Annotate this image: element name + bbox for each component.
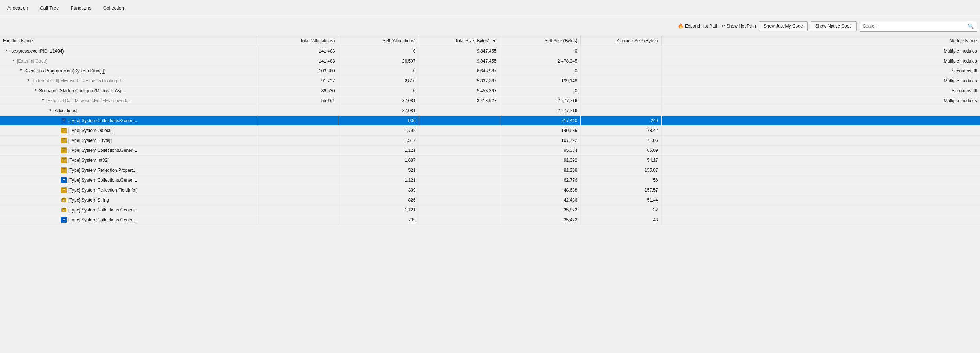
name-cell: T[Type] System.Collections.Generi... <box>0 176 257 185</box>
table-row[interactable]: [External Call] Microsoft.EntityFramewor… <box>0 96 980 106</box>
tree-arrow[interactable] <box>33 88 38 93</box>
table-row[interactable]: [Allocations]37,0812,277,716 <box>0 106 980 116</box>
function-name: Scenarios.Program.Main(System.String[]) <box>24 69 105 73</box>
module-cell: Scenarios.dll <box>661 86 980 96</box>
table-body: iisexpress.exe (PID: 11404)141,48309,847… <box>0 46 980 225</box>
svg-text:T: T <box>63 219 65 221</box>
avg-size-cell: 54.17 <box>581 155 661 166</box>
self-size-cell: 2,277,716 <box>500 106 581 116</box>
expand-hot-path[interactable]: 🔥 Expand Hot Path <box>678 23 719 29</box>
module-cell <box>661 166 980 176</box>
avg-size-cell: 155.87 <box>581 166 661 176</box>
tree-arrow[interactable] <box>4 48 9 54</box>
avg-size-cell: 157.57 <box>581 185 661 195</box>
self-alloc-cell: 0 <box>338 86 419 96</box>
table-row[interactable]: T[Type] System.Reflection.Propert...5218… <box>0 166 980 176</box>
tree-arrow[interactable] <box>26 78 31 83</box>
search-icon[interactable]: 🔍 <box>967 23 974 29</box>
avg-size-cell <box>581 46 661 56</box>
avg-size-cell: 78.42 <box>581 126 661 136</box>
name-cell: T[Type] System.SByte[] <box>0 136 257 145</box>
tree-arrow[interactable] <box>18 69 24 73</box>
type-icon: T <box>61 177 67 183</box>
self-size-cell: 0 <box>500 46 581 56</box>
type-icon: T <box>61 137 67 144</box>
table-row[interactable]: T[Type] System.Reflection.FieldInfo[]309… <box>0 185 980 195</box>
table-row[interactable]: Scenarios.Startup.Configure(Microsoft.As… <box>0 86 980 96</box>
type-icon: ab <box>61 197 67 203</box>
table-row[interactable]: T[Type] System.Object[]1,792140,53678.42 <box>0 126 980 136</box>
show-just-my-code-button[interactable]: Show Just My Code <box>759 21 808 31</box>
table-row[interactable]: [External Code]141,48326,5979,847,4552,4… <box>0 56 980 66</box>
col-header-module[interactable]: Module Name <box>661 36 980 46</box>
table-row[interactable]: T[Type] System.Collections.Generi...1,12… <box>0 176 980 185</box>
tab-functions[interactable]: Functions <box>65 0 97 16</box>
avg-size-cell: 240 <box>581 116 661 126</box>
svg-text:T: T <box>63 120 65 122</box>
module-cell <box>661 185 980 195</box>
name-cell: [Allocations] <box>0 106 257 115</box>
self-alloc-cell: 739 <box>338 215 419 225</box>
avg-size-cell <box>581 56 661 66</box>
function-name: [External Call] Microsoft.EntityFramewor… <box>46 98 131 103</box>
tree-arrow[interactable] <box>11 59 16 64</box>
total-alloc-cell: 91,727 <box>257 76 338 86</box>
total-alloc-cell <box>257 106 338 116</box>
col-header-self-alloc[interactable]: Self (Allocations) <box>338 36 419 46</box>
tab-call-tree[interactable]: Call Tree <box>34 0 65 16</box>
col-header-total-alloc[interactable]: Total (Allocations) <box>257 36 338 46</box>
self-size-cell: 95,384 <box>500 145 581 155</box>
module-cell <box>661 126 980 136</box>
avg-size-cell <box>581 66 661 76</box>
table-container[interactable]: Function Name Total (Allocations) Self (… <box>0 36 980 353</box>
self-alloc-cell: 1,121 <box>338 145 419 155</box>
show-native-code-button[interactable]: Show Native Code <box>811 21 857 31</box>
table-row[interactable]: Scenarios.Program.Main(System.String[])1… <box>0 66 980 76</box>
table-row[interactable]: T[Type] System.SByte[]1,517107,79271.06 <box>0 136 980 145</box>
total-alloc-cell <box>257 215 338 225</box>
avg-size-cell: 48 <box>581 215 661 225</box>
avg-size-cell: 51.44 <box>581 195 661 205</box>
avg-size-cell: 71.06 <box>581 136 661 145</box>
hot-path-arrow-icon: ↩ <box>721 24 725 29</box>
table-row[interactable]: iisexpress.exe (PID: 11404)141,48309,847… <box>0 46 980 56</box>
tree-arrow[interactable] <box>48 108 53 113</box>
search-box[interactable]: 🔍 <box>859 21 977 32</box>
table-row[interactable]: ab[Type] System.String82642,48651.44 <box>0 195 980 205</box>
function-name: [Type] System.Collections.Generi... <box>68 177 137 183</box>
avg-size-cell <box>581 86 661 96</box>
name-cell: [External Code] <box>0 56 257 66</box>
self-alloc-cell: 826 <box>338 195 419 205</box>
total-size-cell <box>419 116 500 126</box>
sort-desc-icon: ▼ <box>492 38 496 43</box>
tab-collection[interactable]: Collection <box>97 0 130 16</box>
col-header-total-size[interactable]: Total Size (Bytes) ▼ <box>419 36 500 46</box>
self-alloc-cell: 0 <box>338 66 419 76</box>
self-size-cell: 140,536 <box>500 126 581 136</box>
total-size-cell: 5,837,387 <box>419 76 500 86</box>
table-row[interactable]: T[Type] System.Collections.Generi...9062… <box>0 116 980 126</box>
table-row[interactable]: ab[Type] System.Collections.Generi...1,1… <box>0 205 980 215</box>
col-header-self-size[interactable]: Self Size (Bytes) <box>500 36 581 46</box>
table-row[interactable]: [External Call] Microsoft.Extensions.Hos… <box>0 76 980 86</box>
module-cell: Multiple modules <box>661 76 980 86</box>
tree-arrow[interactable] <box>40 98 46 103</box>
svg-text:T: T <box>63 189 65 192</box>
col-header-avg-size[interactable]: Average Size (Bytes) <box>581 36 661 46</box>
tab-allocation[interactable]: Allocation <box>2 0 34 16</box>
table-row[interactable]: T[Type] System.Int32[]1,68791,39254.17 <box>0 155 980 166</box>
self-alloc-cell: 37,081 <box>338 96 419 106</box>
table-row[interactable]: T[Type] System.Collections.Generi...7393… <box>0 215 980 225</box>
toolbar: 🔥 Expand Hot Path ↩ Show Hot Path Show J… <box>0 16 980 36</box>
function-name: [Allocations] <box>54 108 78 113</box>
search-input[interactable] <box>863 24 967 29</box>
total-size-cell <box>419 106 500 116</box>
self-size-cell: 0 <box>500 66 581 76</box>
col-header-name[interactable]: Function Name <box>0 36 257 46</box>
self-alloc-cell: 1,517 <box>338 136 419 145</box>
show-hot-path[interactable]: ↩ Show Hot Path <box>721 24 756 29</box>
self-alloc-cell: 906 <box>338 116 419 126</box>
self-alloc-cell: 1,792 <box>338 126 419 136</box>
table-row[interactable]: T[Type] System.Collections.Generi...1,12… <box>0 145 980 155</box>
avg-size-cell <box>581 76 661 86</box>
